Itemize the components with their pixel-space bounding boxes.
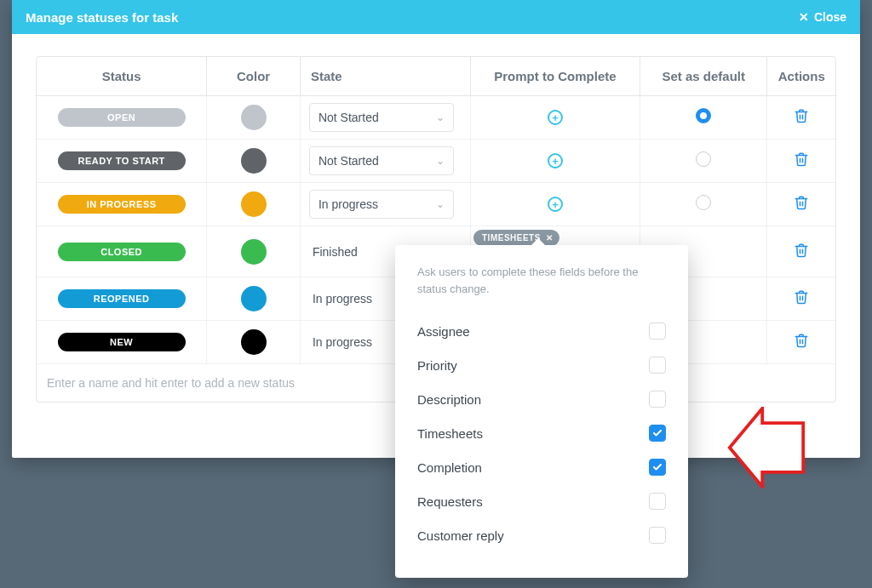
table-row: READY TO STARTNot Started⌄+ — [37, 140, 835, 183]
popover-field-row: Assignee — [417, 314, 666, 348]
status-pill[interactable]: REOPENED — [58, 289, 186, 308]
state-select[interactable]: Not Started⌄ — [309, 146, 454, 175]
column-header-prompt: Prompt to Complete — [470, 57, 640, 96]
popover-field-row: Completion — [417, 450, 666, 484]
popover-field-row: Requesters — [417, 484, 666, 518]
color-swatch[interactable] — [241, 191, 267, 217]
column-header-default: Set as default — [640, 57, 767, 96]
add-status-input[interactable]: Enter a name and hit enter to add a new … — [47, 376, 295, 390]
popover-field-row: Timesheets — [417, 416, 666, 450]
prompt-fields-popover: Ask users to complete these fields befor… — [395, 245, 688, 578]
delete-icon[interactable] — [794, 332, 809, 349]
add-prompt-icon[interactable]: + — [548, 153, 563, 168]
close-label: Close — [814, 10, 846, 24]
popover-description: Ask users to complete these fields befor… — [417, 264, 666, 297]
field-checkbox[interactable] — [649, 323, 666, 340]
add-prompt-icon[interactable]: + — [548, 197, 563, 212]
field-label: Timesheets — [417, 426, 483, 441]
annotation-arrow-icon — [726, 407, 807, 488]
chevron-down-icon: ⌄ — [436, 198, 445, 210]
state-label: In progress — [313, 292, 372, 305]
field-label: Requesters — [417, 494, 483, 509]
field-checkbox[interactable] — [649, 459, 666, 476]
color-swatch[interactable] — [241, 239, 267, 265]
modal-header: Manage statuses for task ✕ Close — [12, 0, 860, 34]
delete-icon[interactable] — [794, 107, 809, 124]
modal-title: Manage statuses for task — [26, 10, 178, 25]
default-radio[interactable] — [696, 195, 711, 210]
field-checkbox[interactable] — [649, 391, 666, 408]
status-pill[interactable]: OPEN — [58, 108, 186, 127]
field-label: Completion — [417, 460, 482, 475]
default-radio[interactable] — [696, 108, 711, 123]
popover-field-row: Priority — [417, 348, 666, 382]
field-label: Customer reply — [417, 528, 504, 543]
delete-icon[interactable] — [794, 242, 809, 259]
field-checkbox[interactable] — [649, 527, 666, 544]
state-label: Not Started — [318, 154, 379, 168]
popover-field-row: Customer reply — [417, 518, 666, 552]
add-prompt-icon[interactable]: + — [548, 110, 563, 125]
column-header-actions: Actions — [767, 57, 835, 96]
field-checkbox[interactable] — [649, 425, 666, 442]
status-pill[interactable]: READY TO START — [58, 151, 186, 170]
status-pill[interactable]: CLOSED — [58, 243, 186, 261]
chip-remove-icon[interactable]: ✕ — [546, 233, 554, 243]
delete-icon[interactable] — [794, 151, 809, 168]
status-pill[interactable]: IN PROGRESS — [58, 195, 186, 214]
column-header-status: Status — [37, 57, 207, 96]
default-radio[interactable] — [696, 151, 711, 167]
popover-field-row: Description — [417, 382, 666, 416]
field-label: Assignee — [417, 324, 470, 339]
chevron-down-icon: ⌄ — [436, 111, 445, 123]
state-label: Finished — [313, 245, 358, 259]
color-swatch[interactable] — [241, 148, 267, 174]
table-row: IN PROGRESSIn progress⌄+ — [37, 183, 835, 226]
state-select[interactable]: Not Started⌄ — [309, 103, 454, 132]
field-checkbox[interactable] — [649, 357, 666, 374]
status-pill[interactable]: NEW — [58, 333, 186, 351]
state-label: In progress — [313, 335, 372, 349]
chevron-down-icon: ⌄ — [436, 155, 445, 167]
delete-icon[interactable] — [794, 194, 809, 211]
field-label: Priority — [417, 358, 457, 373]
state-select[interactable]: In progress⌄ — [309, 190, 454, 219]
state-label: Not Started — [318, 111, 379, 124]
column-header-state: State — [300, 57, 470, 96]
close-icon: ✕ — [799, 10, 809, 24]
background-text: atus — [0, 466, 22, 480]
field-label: Description — [417, 392, 481, 407]
delete-icon[interactable] — [794, 288, 809, 305]
column-header-color: Color — [207, 57, 301, 96]
color-swatch[interactable] — [241, 329, 267, 355]
state-label: In progress — [318, 197, 378, 211]
close-button[interactable]: ✕ Close — [799, 10, 846, 24]
field-checkbox[interactable] — [649, 493, 666, 510]
color-swatch[interactable] — [241, 105, 267, 130]
table-row: OPENNot Started⌄+ — [37, 96, 835, 140]
color-swatch[interactable] — [241, 286, 267, 311]
timesheets-chip[interactable]: TIMESHEETS ✕ — [473, 230, 559, 246]
